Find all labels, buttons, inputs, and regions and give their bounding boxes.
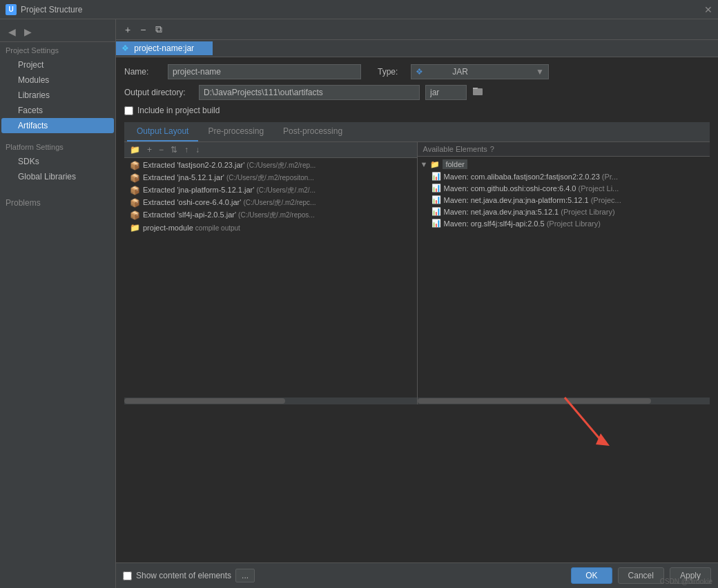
- artifact-list-item[interactable]: ❖ project-name:jar: [116, 41, 213, 55]
- add-artifact-button[interactable]: +: [122, 23, 134, 37]
- cancel-button[interactable]: Cancel: [618, 567, 664, 584]
- folder-icon-5: 📁: [130, 223, 140, 233]
- main-layout: ◀ ▶ Project Settings Project Modules Lib…: [0, 19, 718, 588]
- project-settings-label: Project Settings: [0, 42, 115, 57]
- right-panel-header: Available Elements ?: [418, 142, 710, 157]
- avail-item-text-1: Maven: com.github.oshi:oshi-core:6.4.0 (…: [444, 184, 619, 193]
- include-in-build-checkbox[interactable]: [124, 106, 133, 115]
- remove-artifact-button[interactable]: −: [137, 23, 149, 37]
- avail-item-text-2: Maven: net.java.dev.jna:jna-platform:5.1…: [444, 196, 621, 204]
- sidebar-item-global-libraries[interactable]: Global Libraries: [1, 169, 114, 184]
- folder-icon: 📁: [430, 160, 440, 169]
- title-bar-left: U Project Structure: [6, 4, 82, 15]
- left-panel-add-btn[interactable]: +: [144, 144, 155, 156]
- close-button[interactable]: ✕: [704, 4, 712, 15]
- sidebar-item-libraries[interactable]: Libraries: [1, 88, 114, 103]
- tree-item-3[interactable]: 📦 Extracted 'oshi-core-6.4.0.jar' (C:/Us…: [124, 197, 417, 209]
- tree-item-1[interactable]: 📦 Extracted 'jna-5.12.1.jar' (C:/Users/虎…: [124, 172, 417, 184]
- sidebar-item-project[interactable]: Project: [1, 57, 114, 72]
- folder-browse-button[interactable]: [472, 86, 483, 99]
- artifact-toolbar: + − ⧉: [116, 19, 718, 40]
- artifact-list: ❖ project-name:jar: [116, 40, 718, 57]
- copy-artifact-button[interactable]: ⧉: [152, 22, 166, 37]
- tree-item-text-4: Extracted 'slf4j-api-2.0.5.jar' (C:/User…: [143, 210, 315, 220]
- output-path-input[interactable]: [199, 85, 420, 100]
- include-in-build-label: Include in project build: [137, 106, 220, 115]
- bottom-bar: Show content of elements ... OK Cancel A…: [116, 562, 718, 588]
- tab-output-layout[interactable]: Output Layout: [127, 122, 198, 141]
- ok-button[interactable]: OK: [571, 567, 612, 584]
- collapse-icon: ▼: [420, 160, 428, 168]
- show-content-label: Show content of elements: [136, 571, 231, 580]
- avail-item-text-0: Maven: com.alibaba.fastjson2:fastjson2:2…: [444, 173, 619, 181]
- app-icon: U: [6, 4, 17, 15]
- type-select[interactable]: ❖ JAR ▼: [411, 64, 549, 79]
- maven-icon-1: 📊: [431, 184, 441, 193]
- folder-label: folder: [443, 159, 467, 169]
- tree-item-text-1: Extracted 'jna-5.12.1.jar' (C:/Users/虎/.…: [143, 173, 314, 183]
- avail-item-4[interactable]: 📊 Maven: org.slf4j:slf4j-api:2.0.5 (Proj…: [418, 217, 710, 229]
- sidebar-item-artifacts[interactable]: Artifacts: [1, 118, 114, 133]
- left-panel-toolbar: 📁 + − ⇅ ↑ ↓: [124, 142, 417, 158]
- left-hscroll-thumb[interactable]: [124, 398, 285, 404]
- config-area: Name: Type: ❖ JAR ▼ Output directory:: [116, 57, 718, 562]
- left-panel-up-btn[interactable]: ↑: [182, 144, 191, 156]
- tab-post-processing[interactable]: Post-processing: [273, 122, 352, 141]
- tree-item-text-2: Extracted 'jna-platform-5.12.1.jar' (C:/…: [143, 186, 316, 195]
- avail-folder[interactable]: ▼ 📁 folder: [418, 158, 710, 170]
- platform-settings-label: Platform Settings: [0, 139, 115, 154]
- avail-item-text-3: Maven: net.java.dev.jna:jna:5.12.1 (Proj…: [444, 208, 615, 216]
- avail-item-1[interactable]: 📊 Maven: com.github.oshi:oshi-core:6.4.0…: [418, 182, 710, 194]
- include-in-build-row: Include in project build: [124, 106, 710, 115]
- right-panel: Available Elements ? ▼ 📁 folder 📊: [418, 142, 710, 404]
- maven-icon-3: 📊: [431, 207, 441, 216]
- watermark: CSDN @0lrookie: [660, 578, 712, 585]
- left-panel: 📁 + − ⇅ ↑ ↓ 📦 Extracted 'fastjson2-2.0.2…: [124, 142, 418, 404]
- left-panel-sort-btn[interactable]: ⇅: [168, 144, 180, 156]
- tree-item-2[interactable]: 📦 Extracted 'jna-platform-5.12.1.jar' (C…: [124, 184, 417, 197]
- sidebar: ◀ ▶ Project Settings Project Modules Lib…: [0, 19, 116, 588]
- right-panel-hscroll[interactable]: [418, 398, 710, 404]
- content-area: + − ⧉ ❖ project-name:jar Name: Type: ❖ J…: [116, 19, 718, 588]
- help-icon[interactable]: ?: [490, 145, 494, 153]
- left-panel-folder-btn[interactable]: 📁: [127, 144, 143, 156]
- tabs-row: Output Layout Pre-processing Post-proces…: [124, 122, 710, 142]
- right-panel-tree: ▼ 📁 folder 📊 Maven: com.alibaba.fastjson…: [418, 157, 710, 398]
- type-icon: ❖: [416, 67, 423, 77]
- forward-button[interactable]: ▶: [21, 25, 35, 39]
- tree-item-0[interactable]: 📦 Extracted 'fastjson2-2.0.23.jar' (C:/U…: [124, 159, 417, 172]
- available-elements-header: Available Elements ?: [423, 145, 494, 153]
- tree-item-text-5: project-module compile output: [143, 224, 240, 232]
- right-hscroll-thumb[interactable]: [418, 398, 652, 404]
- sidebar-item-modules[interactable]: Modules: [1, 72, 114, 88]
- svg-marker-2: [596, 433, 610, 446]
- nav-bar: ◀ ▶: [0, 22, 115, 42]
- tab-pre-processing[interactable]: Pre-processing: [198, 122, 273, 141]
- sidebar-item-sdks[interactable]: SDKs: [1, 154, 114, 169]
- output-row: Output directory:: [124, 85, 710, 100]
- svg-rect-0: [473, 88, 483, 95]
- avail-item-2[interactable]: 📊 Maven: net.java.dev.jna:jna-platform:5…: [418, 194, 710, 206]
- avail-item-3[interactable]: 📊 Maven: net.java.dev.jna:jna:5.12.1 (Pr…: [418, 206, 710, 217]
- jar-icon-4: 📦: [130, 210, 140, 220]
- left-panel-remove-btn[interactable]: −: [156, 144, 166, 156]
- tree-item-4[interactable]: 📦 Extracted 'slf4j-api-2.0.5.jar' (C:/Us…: [124, 209, 417, 222]
- split-content: 📁 + − ⇅ ↑ ↓ 📦 Extracted 'fastjson2-2.0.2…: [124, 142, 710, 404]
- more-button[interactable]: ...: [235, 569, 255, 582]
- sidebar-item-problems[interactable]: Problems: [0, 195, 115, 210]
- name-input[interactable]: [168, 64, 361, 79]
- back-button[interactable]: ◀: [6, 25, 19, 39]
- tree-item-5[interactable]: 📁 project-module compile output: [124, 222, 417, 234]
- title-text: Project Structure: [21, 5, 82, 14]
- jar-icon-2: 📦: [130, 186, 140, 195]
- maven-icon-0: 📊: [431, 172, 441, 181]
- avail-item-0[interactable]: 📊 Maven: com.alibaba.fastjson2:fastjson2…: [418, 170, 710, 182]
- show-content-checkbox[interactable]: [123, 571, 132, 580]
- left-panel-down-btn[interactable]: ↓: [193, 144, 202, 156]
- sidebar-item-facets[interactable]: Facets: [1, 103, 114, 118]
- jar-icon-1: 📦: [130, 173, 140, 183]
- output-label: Output directory:: [124, 88, 193, 97]
- left-panel-hscroll[interactable]: [124, 398, 417, 404]
- output-extension-input[interactable]: [425, 85, 467, 100]
- type-dropdown-icon: ▼: [536, 67, 544, 77]
